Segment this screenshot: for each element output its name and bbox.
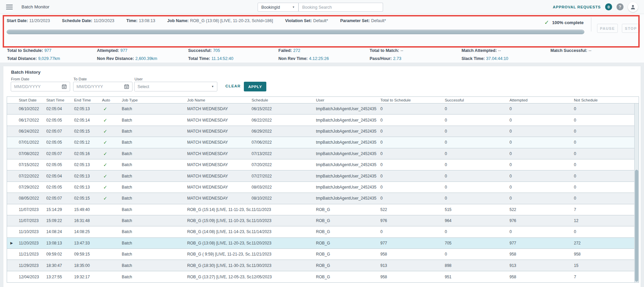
cell-start-date: 08/05/2022 bbox=[19, 196, 46, 201]
cell-job-type: Batch bbox=[122, 207, 187, 212]
search-type-dropdown[interactable]: BookingId ▼ bbox=[258, 3, 299, 12]
table-row[interactable]: 07/15/202202:05:0502:05:13✓BatchMATCH WE… bbox=[7, 159, 639, 170]
cell-job-type: Batch bbox=[122, 151, 187, 156]
table-scrollbar-thumb[interactable] bbox=[635, 170, 638, 282]
column-header-2[interactable]: End Time bbox=[74, 98, 102, 102]
cell-start-time: 13:27:55 bbox=[46, 275, 74, 279]
job-meta-field-3: Job Name:ROB_G (13:08) [LIVE, 11-20-23, … bbox=[167, 18, 273, 23]
table-row[interactable]: 11/10/202314:08:2414:08:25BatchROB_G (14… bbox=[7, 226, 639, 237]
table-row[interactable]: 06/17/202202:05:0502:05:14✓BatchMATCH WE… bbox=[7, 115, 639, 126]
cell-user: ROB_G bbox=[316, 275, 380, 279]
cell-job-name: MATCH WEDNESDAY bbox=[187, 140, 252, 145]
booking-search-input[interactable] bbox=[299, 3, 383, 12]
stat-label: Total Time: bbox=[188, 56, 210, 61]
apply-button[interactable]: APPLY bbox=[244, 82, 266, 91]
column-header-11[interactable]: Not Schedule bbox=[574, 98, 639, 102]
cell-schedule: 07/20/2022 bbox=[252, 162, 316, 167]
stop-button[interactable]: STOP bbox=[622, 24, 640, 33]
table-body: 06/10/202202:05:0402:05:13✓BatchMATCH WE… bbox=[7, 103, 639, 282]
to-date-input[interactable]: MM/DD/YYYY bbox=[73, 82, 132, 91]
table-row[interactable]: 11/07/202315:09:2216:31:48BatchROB_G (15… bbox=[7, 215, 639, 226]
pause-button[interactable]: PAUSE bbox=[597, 24, 618, 33]
cell-job-type: Batch bbox=[122, 196, 187, 201]
cell-schedule: 11/21/2023 bbox=[252, 252, 316, 257]
table-row[interactable]: 06/24/202202:05:0702:05:15✓BatchMATCH WE… bbox=[7, 126, 639, 137]
approval-requests-link[interactable]: APPROVAL REQUESTS bbox=[553, 5, 601, 9]
cell-not-schedule: 0 bbox=[574, 118, 639, 123]
table-row[interactable]: 07/08/202202:05:0702:05:16✓BatchMATCH WE… bbox=[7, 148, 639, 159]
table-row[interactable]: 07/29/202202:05:0502:05:13✓BatchMATCH WE… bbox=[7, 182, 639, 193]
table-row[interactable]: 11/29/202318:30:4718:35:00BatchROB_G (18… bbox=[7, 260, 639, 271]
column-header-10[interactable]: Attempted bbox=[509, 98, 574, 102]
cell-end-time: 19:32:17 bbox=[74, 275, 102, 279]
column-header-7[interactable]: User bbox=[316, 98, 380, 102]
cell-start-time: 15:09:22 bbox=[46, 218, 74, 223]
table-row[interactable]: ▶11/20/202313:08:1313:47:33BatchROB_G (1… bbox=[7, 238, 639, 249]
stat-item: Total Distance:9,029.77km bbox=[7, 56, 97, 61]
auto-checkmark-icon: ✓ bbox=[102, 162, 122, 167]
cell-attempted: 0 bbox=[509, 140, 574, 145]
cell-attempted: 0 bbox=[509, 229, 574, 234]
cell-successful: 0 bbox=[445, 106, 509, 111]
cell-job-name: ROB_G (14:08) [LIVE, 11-14-23, Sc... bbox=[187, 229, 252, 234]
column-header-6[interactable]: Schedule bbox=[252, 98, 316, 102]
column-header-9[interactable]: Successful bbox=[445, 98, 509, 102]
cell-start-date: 11/10/2023 bbox=[19, 229, 46, 234]
cell-user: tmpBatchJobAgentUser_2452435 bbox=[316, 151, 380, 156]
cell-start-date: 11/07/2023 bbox=[19, 218, 46, 223]
cell-start-date: 11/07/2023 bbox=[19, 207, 46, 212]
job-meta-label: Schedule Date: bbox=[62, 18, 92, 23]
cell-job-type: Batch bbox=[122, 241, 187, 245]
clear-button[interactable]: CLEAR bbox=[225, 84, 241, 88]
booking-search-group: BookingId ▼ bbox=[258, 3, 383, 12]
table-scrollbar[interactable] bbox=[634, 103, 639, 282]
cell-job-name: MATCH WEDNESDAY bbox=[187, 129, 252, 134]
cell-not-schedule: 12 bbox=[574, 218, 639, 223]
column-header-1[interactable]: Start Time bbox=[46, 98, 74, 102]
user-avatar[interactable] bbox=[628, 2, 638, 12]
stat-item: Slack Time:37.04:44:10 bbox=[462, 56, 550, 61]
cell-end-time: 18:35:00 bbox=[74, 263, 102, 268]
to-date-placeholder: MM/DD/YYYY bbox=[76, 84, 103, 89]
hamburger-menu-icon[interactable] bbox=[6, 5, 13, 9]
stat-label: Slack Time: bbox=[462, 56, 485, 61]
cell-not-schedule: 0 bbox=[574, 129, 639, 134]
table-row[interactable]: 06/10/202202:05:0402:05:13✓BatchMATCH WE… bbox=[7, 103, 639, 115]
cell-attempted: 976 bbox=[509, 218, 574, 223]
calendar-icon bbox=[62, 84, 67, 89]
job-meta-label: Start Date: bbox=[7, 18, 28, 23]
auto-checkmark-icon: ✓ bbox=[102, 151, 122, 156]
cell-job-name: ROB_G (15:09) [LIVE, 11-10-23, Sc... bbox=[187, 218, 252, 223]
column-header-0[interactable]: Start Date bbox=[19, 98, 46, 102]
chevron-down-icon: ▼ bbox=[292, 6, 295, 9]
column-header-4[interactable]: Job Type bbox=[122, 98, 187, 102]
cell-job-type: Batch bbox=[122, 174, 187, 178]
user-select-dropdown[interactable]: Select ▼ bbox=[134, 82, 217, 91]
table-row[interactable]: 12/04/202313:27:5519:32:17BatchROB_G (13… bbox=[7, 271, 639, 282]
cell-not-schedule: 0 bbox=[574, 106, 639, 111]
stat-label: Non Rev Distance: bbox=[97, 56, 134, 61]
table-row[interactable]: 07/22/202202:05:0402:05:13✓BatchMATCH WE… bbox=[7, 170, 639, 182]
auto-checkmark-icon: ✓ bbox=[102, 106, 122, 112]
table-row[interactable]: 08/05/202202:05:0702:05:15✓BatchMATCH WE… bbox=[7, 193, 639, 204]
vertical-divider bbox=[591, 17, 591, 31]
column-header-8[interactable]: Total to Schedule bbox=[380, 98, 445, 102]
help-icon[interactable]: ? bbox=[616, 3, 624, 10]
cell-end-time: 02:05:12 bbox=[74, 140, 102, 145]
column-header-3[interactable]: Auto bbox=[102, 98, 122, 102]
table-row[interactable]: 07/01/202202:05:0502:05:12✓BatchMATCH WE… bbox=[7, 137, 639, 148]
cell-start-date: 07/22/2022 bbox=[19, 174, 46, 178]
job-progress-fill bbox=[7, 30, 584, 34]
from-date-input[interactable]: MM/DD/YYYY bbox=[11, 82, 70, 91]
cell-job-type: Batch bbox=[122, 218, 187, 223]
cell-user: ROB_G bbox=[316, 218, 380, 223]
cell-not-schedule: 7 bbox=[574, 207, 639, 212]
column-header-5[interactable]: Job Name bbox=[187, 98, 252, 102]
auto-checkmark-icon: ✓ bbox=[102, 140, 122, 145]
auto-checkmark-icon: ✓ bbox=[102, 118, 122, 123]
cell-start-time: 02:05:05 bbox=[46, 140, 74, 145]
calendar-icon bbox=[124, 84, 129, 89]
table-row[interactable]: 11/21/202309:59:0209:59:15BatchROB_G ( 9… bbox=[7, 249, 639, 260]
cell-not-schedule: 0 bbox=[574, 174, 639, 178]
table-row[interactable]: 11/07/202315:14:2915:49:40BatchROB_G (15… bbox=[7, 204, 639, 215]
